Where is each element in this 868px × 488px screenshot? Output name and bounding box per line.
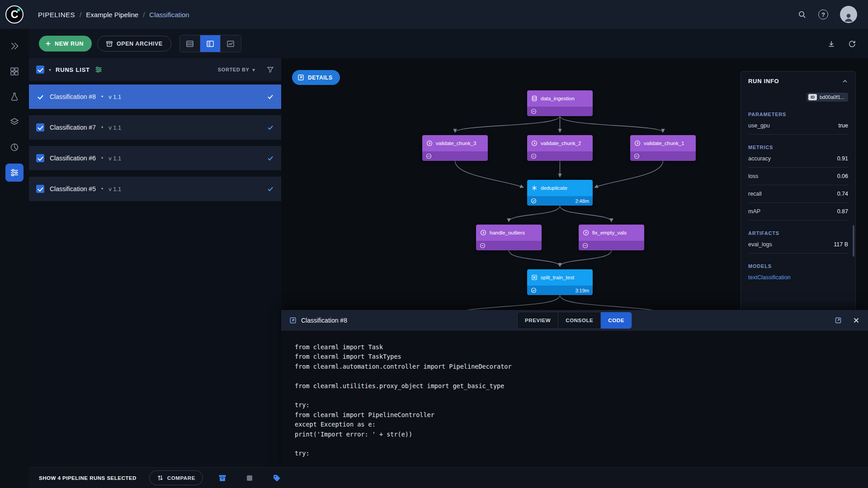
breadcrumb-separator: / xyxy=(143,11,145,19)
details-button[interactable]: DETAILS xyxy=(292,70,340,85)
grid-icon xyxy=(9,66,19,76)
select-all-checkbox[interactable] xyxy=(36,66,44,74)
row-checkbox[interactable] xyxy=(36,93,44,101)
chart-view-button[interactable] xyxy=(221,35,241,52)
row-checkbox[interactable] xyxy=(36,123,44,131)
run-detail-header: Classification #8 PREVIEW CONSOLE CODE xyxy=(281,310,868,331)
sidebar-item-hyper-datasets[interactable] xyxy=(5,113,24,131)
run-id-chip[interactable]: ID bd00a0f1... xyxy=(807,93,848,102)
status-pending-icon xyxy=(480,243,486,249)
code-line: try: xyxy=(295,449,854,458)
node-deduplicate[interactable]: deduplicate 2:48m xyxy=(527,180,593,206)
runs-list: Classification #8 • v 1.1 Classification… xyxy=(29,81,281,201)
tag-selected-icon[interactable] xyxy=(269,470,284,486)
node-validate-chunk-1[interactable]: validate_chunk_1 xyxy=(630,135,696,161)
help-icon[interactable]: ? xyxy=(818,9,828,19)
sidebar-item-projects[interactable] xyxy=(5,37,24,55)
archive-selected-icon[interactable] xyxy=(215,470,230,486)
split-view-button[interactable] xyxy=(200,35,221,52)
metric-row: mAP 0.87 xyxy=(748,203,848,221)
tab-console[interactable]: CONSOLE xyxy=(558,312,601,328)
run-info-title: RUN INFO xyxy=(748,78,779,84)
status-completed-icon xyxy=(531,198,537,204)
code-line xyxy=(295,391,854,400)
sidebar-item-datasets[interactable] xyxy=(5,62,24,80)
run-status-check-icon xyxy=(267,93,274,100)
metric-key: recall xyxy=(748,191,762,197)
collapse-chevron-icon[interactable] xyxy=(842,78,848,84)
breadcrumb-project[interactable]: Example Pipeline xyxy=(86,11,138,19)
plus-icon xyxy=(45,41,51,47)
parameter-key: use_gpu xyxy=(748,122,770,129)
selection-caret-icon[interactable]: ▾ xyxy=(49,67,51,72)
run-detail-panel: Classification #8 PREVIEW CONSOLE CODE f… xyxy=(281,310,868,467)
models-section-title: MODELS xyxy=(748,263,848,269)
new-run-button[interactable]: NEW RUN xyxy=(39,36,92,52)
split-box-icon xyxy=(531,274,538,281)
runs-list-title: RUNS LIST xyxy=(56,66,90,73)
run-row-classification-8[interactable]: Classification #8 • v 1.1 xyxy=(29,84,281,109)
filter-funnel-icon[interactable] xyxy=(267,66,274,73)
row-checkbox[interactable] xyxy=(36,154,44,162)
auto-refresh-icon[interactable] xyxy=(847,39,856,48)
code-line: print('Import error: ' + str(e)) xyxy=(295,430,854,439)
run-version: v 1.1 xyxy=(108,94,121,100)
metrics-section-title: METRICS xyxy=(748,145,848,150)
node-fix-empty-vals[interactable]: fix_empty_vals xyxy=(579,225,644,250)
abort-selected-icon[interactable] xyxy=(242,470,257,486)
run-row-classification-6[interactable]: Classification #6 • v 1.1 xyxy=(29,146,281,170)
user-avatar[interactable] xyxy=(840,6,857,23)
pipeline-toolbar: NEW RUN OPEN ARCHIVE xyxy=(29,29,868,58)
sidebar-item-reports[interactable] xyxy=(5,88,24,106)
breadcrumb-current[interactable]: Classification xyxy=(149,11,189,19)
artifact-row: eval_logs 117 B xyxy=(748,236,848,253)
filter-sliders-icon[interactable] xyxy=(94,66,103,74)
sidebar-item-applications[interactable] xyxy=(5,138,24,156)
node-label: split_train_test xyxy=(541,275,574,280)
toolbar-right-actions xyxy=(827,39,858,48)
code-line: from clearml import Task xyxy=(295,343,854,352)
search-icon[interactable] xyxy=(797,10,807,19)
breadcrumb-pipelines[interactable]: PIPELINES xyxy=(38,11,75,19)
double-chevron-icon xyxy=(9,41,19,51)
node-validate-chunk-3[interactable]: validate_chunk_3 xyxy=(422,135,488,161)
status-pending-icon xyxy=(426,153,432,159)
code-line: from clearml.utilities.proxy_object impo… xyxy=(295,381,854,391)
node-label: handle_outliers xyxy=(490,230,525,235)
tab-preview[interactable]: PREVIEW xyxy=(518,312,558,328)
archive-icon xyxy=(106,40,113,47)
sorted-by-dropdown[interactable]: SORTED BY ▾ xyxy=(218,67,255,72)
code-line: from clearml import TaskTypes xyxy=(295,352,854,361)
run-row-classification-5[interactable]: Classification #5 • v 1.1 xyxy=(29,177,281,201)
node-split-train-test[interactable]: split_train_test 3:19m xyxy=(527,269,593,295)
open-archive-label: OPEN ARCHIVE xyxy=(117,41,163,47)
model-link[interactable]: textClassification xyxy=(748,269,848,281)
metric-key: loss xyxy=(748,173,758,179)
id-value: bd00a0f1... xyxy=(820,94,844,100)
sidebar-item-pipelines[interactable] xyxy=(5,164,24,182)
code-line xyxy=(295,439,854,449)
run-name: Classification #7 xyxy=(50,124,96,131)
detail-panel-actions xyxy=(835,317,860,324)
node-handle-outliers[interactable]: handle_outliers xyxy=(476,225,542,250)
node-data-ingestion[interactable]: data_ingestion xyxy=(527,90,593,116)
code-line: try: xyxy=(295,400,854,410)
row-checkbox[interactable] xyxy=(36,185,44,193)
detail-tabs: PREVIEW CONSOLE CODE xyxy=(517,312,632,329)
code-line: from clearml import PipelineController xyxy=(295,410,854,420)
open-archive-button[interactable]: OPEN ARCHIVE xyxy=(97,36,171,52)
chevron-circle-icon xyxy=(426,140,433,146)
metric-row: loss 0.06 xyxy=(748,168,848,185)
run-row-classification-7[interactable]: Classification #7 • v 1.1 xyxy=(29,115,281,140)
compare-button[interactable]: COMPARE xyxy=(149,470,203,485)
table-view-button[interactable] xyxy=(180,35,200,52)
code-line: except Exception as e: xyxy=(295,420,854,429)
close-panel-icon[interactable] xyxy=(853,317,860,324)
pipelines-sliders-icon xyxy=(9,168,19,178)
node-validate-chunk-2[interactable]: validate_chunk_2 xyxy=(527,135,593,161)
run-info-scrollbar[interactable] xyxy=(853,225,854,257)
expand-panel-icon[interactable] xyxy=(835,317,842,324)
code-viewer[interactable]: from clearml import Task from clearml im… xyxy=(281,331,868,467)
tab-code[interactable]: CODE xyxy=(601,312,632,328)
download-icon[interactable] xyxy=(827,40,835,48)
